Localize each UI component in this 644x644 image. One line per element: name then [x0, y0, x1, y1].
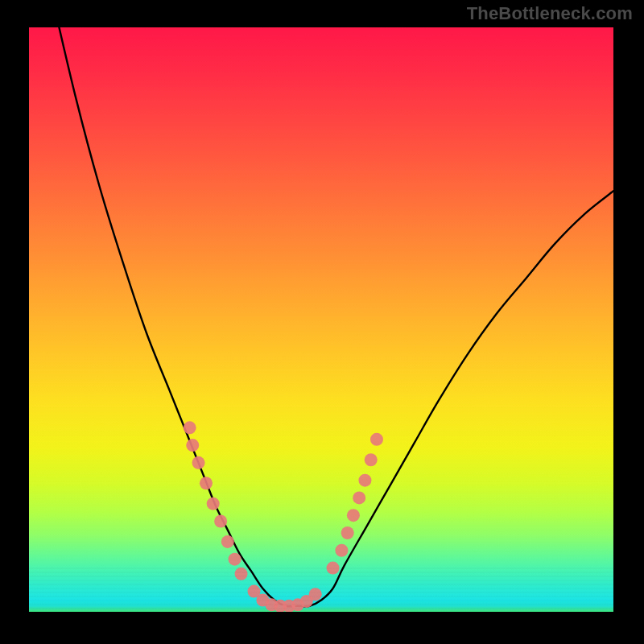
marker-point: [347, 509, 360, 522]
marker-point: [309, 588, 322, 601]
marker-point: [291, 598, 304, 611]
marker-point: [192, 456, 205, 469]
markers-marker-cluster-bottom: [248, 585, 322, 612]
marker-point: [186, 439, 199, 452]
marker-point: [200, 477, 213, 489]
markers-marker-cluster-left: [184, 421, 248, 580]
marker-point: [365, 453, 378, 466]
marker-point: [335, 544, 348, 557]
marker-point: [274, 600, 287, 612]
marker-point: [229, 553, 242, 566]
marker-point: [207, 497, 220, 510]
chart-overlay: [29, 27, 613, 612]
marker-point: [327, 562, 340, 575]
marker-point: [300, 595, 313, 608]
markers-marker-cluster-right: [327, 433, 383, 575]
marker-point: [358, 474, 371, 487]
watermark-text: TheBottleneck.com: [467, 3, 633, 24]
marker-point: [370, 433, 383, 446]
chart-canvas: TheBottleneck.com: [0, 0, 644, 644]
marker-point: [265, 598, 278, 611]
marker-point: [341, 526, 354, 539]
marker-point: [221, 535, 234, 548]
marker-point: [248, 585, 261, 598]
curve-bottleneck-curve: [52, 27, 613, 606]
marker-point: [256, 593, 269, 606]
marker-point: [214, 514, 227, 527]
marker-point: [353, 491, 365, 504]
marker-point: [283, 600, 295, 612]
marker-point: [184, 421, 196, 434]
marker-point: [235, 568, 248, 580]
plot-area: [29, 27, 613, 612]
